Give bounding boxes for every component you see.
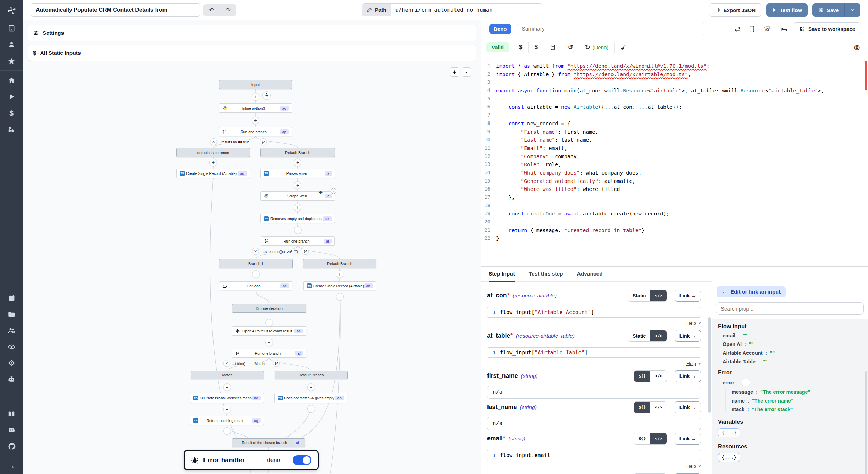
sidebar-user-icon[interactable] (0, 36, 23, 53)
flow-node-parses-email-a[interactable]: TSParses emaila (260, 169, 335, 178)
remove-branch-button[interactable]: × (210, 138, 217, 145)
tab-test-this-step[interactable]: Test this step (529, 267, 563, 282)
tab-step-input[interactable]: Step Input (489, 267, 515, 282)
error-handler-toggle[interactable] (293, 455, 311, 465)
add-step-button[interactable]: + (252, 117, 259, 124)
code-line[interactable]: 17 }; (481, 193, 868, 202)
suspend-icon[interactable] (781, 26, 787, 32)
code-line[interactable]: 5 (481, 95, 868, 103)
code-area[interactable]: 1import * as wmill from "https://deno.la… (481, 57, 868, 266)
collapse-error-button[interactable]: - (742, 379, 750, 386)
expr-editor-at_table[interactable]: 1flow_input["Airtable Table"] (487, 347, 701, 358)
code-line[interactable]: 6 const airtable = new Airtable({...at_c… (481, 103, 868, 111)
add-step-button[interactable]: + (294, 204, 301, 211)
add-step-button[interactable]: + (294, 159, 301, 166)
flow-node-do-one-iteration[interactable]: Do one iteration (232, 304, 306, 313)
add-step-button[interactable]: + (252, 93, 259, 101)
all-static-inputs-bar[interactable]: $ All Static Inputs (28, 45, 476, 61)
trigger-lightning-icon[interactable]: ϟ (262, 91, 271, 100)
edit-or-link-button[interactable]: ← Edit or link an input (717, 286, 786, 297)
flow-node-inline-python3-ao[interactable]: Inline python3ao (219, 103, 292, 113)
resources-object-chip[interactable]: {...} (718, 453, 740, 462)
flow-node-removes-empty-and-duplicates-ak[interactable]: TSRemoves empty and duplicatesak (260, 214, 335, 223)
sidebar-discord-icon[interactable] (0, 422, 23, 438)
flow-node-domain-is-common[interactable]: domain is common (176, 148, 250, 157)
code-line[interactable]: 12 "Company": company, (481, 152, 868, 161)
database-icon[interactable] (544, 44, 562, 50)
sidebar-arrow-right-icon[interactable]: → (0, 458, 23, 474)
format-code-icon[interactable] (615, 44, 632, 50)
flow-node-create-single-record-airtable-an[interactable]: TSCreate Single Record (Airtable)an (303, 281, 376, 290)
add-step-button[interactable]: + (209, 159, 217, 166)
link-button[interactable]: Link → (675, 370, 701, 382)
props-scrollbar[interactable] (865, 371, 867, 474)
flow-title-input[interactable] (31, 3, 200, 17)
sidebar-robot-icon[interactable] (0, 371, 23, 388)
toggle-code[interactable]: </> (650, 371, 667, 382)
sidebar-gear-icon[interactable]: ⚙ (0, 355, 23, 371)
toggle-code[interactable]: </> (650, 330, 667, 341)
add-step-button[interactable]: + (294, 226, 302, 234)
sidebar-users-gear-icon[interactable] (0, 322, 23, 339)
move-node-handle[interactable]: ⌖ (319, 189, 322, 196)
swap-icon[interactable]: ⇄ (735, 25, 740, 33)
add-branch-button[interactable] (260, 138, 267, 145)
code-line[interactable]: 10 "Last name": last_name, (481, 136, 868, 144)
flow-node-match[interactable]: Match (191, 371, 264, 379)
link-button[interactable]: Link → (675, 330, 701, 342)
code-line[interactable]: 13 "Role": role, (481, 160, 868, 169)
flow-node-default-branch[interactable]: Default Branch (275, 371, 348, 379)
code-line[interactable]: 14 "What company does": what_company_doe… (481, 169, 868, 177)
code-line[interactable]: 2import { Airtable } from "https://deno.… (481, 70, 868, 78)
sidebar-star-icon[interactable] (0, 53, 23, 69)
remove-branch-button[interactable]: × (252, 248, 259, 255)
flow-node-return-matching-result-ag[interactable]: TSReturn matching resultag (190, 416, 264, 425)
sidebar-building-icon[interactable] (0, 20, 23, 36)
sidebar-windmill-logo[interactable] (0, 0, 23, 20)
add-step-button[interactable]: + (307, 405, 315, 413)
flow-node-default-branch[interactable]: Default Branch (303, 259, 376, 268)
toggle-code[interactable]: </> (650, 402, 667, 413)
code-line[interactable]: 20 (481, 218, 868, 226)
sidebar-folder-icon[interactable] (0, 306, 23, 322)
sidebar-play-icon[interactable] (0, 88, 23, 105)
step-panel-scrollbar[interactable] (708, 317, 711, 413)
code-line[interactable]: 3 (481, 78, 868, 86)
add-branch-button[interactable] (273, 360, 280, 367)
save-button[interactable]: Save (812, 3, 844, 17)
flow-node-input[interactable]: Input (219, 80, 292, 89)
remove-branch-button[interactable]: × (223, 360, 230, 367)
expr-editor-at_con[interactable]: 1flow_input["Airtable Account"] (487, 307, 701, 318)
toggle-static[interactable]: Static (628, 330, 650, 341)
add-step-button[interactable]: + (294, 181, 301, 189)
sidebar-book-icon[interactable] (0, 406, 23, 422)
help-link[interactable]: Help (686, 464, 696, 469)
toggle-code[interactable]: </> (650, 433, 667, 444)
sidebar-cubes-icon[interactable] (0, 121, 23, 137)
flow-node-does-not-match-gives-empty-value-ah[interactable]: TSDoes not match -> gives empty valueah (274, 393, 347, 403)
code-line[interactable]: 15 "Generated automatically": automatic, (481, 177, 868, 185)
add-step-button[interactable]: + (223, 427, 231, 435)
code-line[interactable]: 22} (481, 234, 868, 243)
flow-node-for-loop-ac[interactable]: For loopac (219, 281, 292, 290)
code-line[interactable]: 16 "Where was filled": where_filled (481, 185, 868, 193)
save-dropdown-caret[interactable] (844, 3, 860, 17)
zoom-out-button[interactable]: - (462, 67, 471, 77)
dollar-var-icon[interactable]: $ (513, 44, 528, 51)
flow-settings-bar[interactable]: Settings (28, 25, 476, 41)
flow-node-run-one-branch-af[interactable]: Run one branchaf (232, 349, 306, 358)
undo-button[interactable]: ↶ (203, 4, 220, 16)
language-badge[interactable]: Deno (489, 24, 511, 34)
code-line[interactable]: 18 (481, 202, 868, 210)
help-link[interactable]: Help (686, 321, 696, 326)
toggle-template[interactable]: ${} (634, 402, 650, 413)
phone-icon[interactable]: ☏ (763, 25, 772, 33)
delete-node-button[interactable]: × (331, 188, 336, 194)
flow-node-run-one-branch-al[interactable]: Run one branchal (261, 236, 335, 246)
link-button[interactable]: Link → (675, 433, 701, 445)
flow-node-result-of-the-chosen-branch-af[interactable]: Result of the chosen branchaf (232, 438, 305, 447)
expr-editor-email[interactable]: 1flow_input.email (487, 450, 701, 460)
flow-node-branch-1[interactable]: Branch 1 (219, 259, 293, 268)
code-line[interactable]: 11 "Email": email, (481, 144, 868, 152)
code-line[interactable]: 9 "First name": first_name, (481, 128, 868, 136)
